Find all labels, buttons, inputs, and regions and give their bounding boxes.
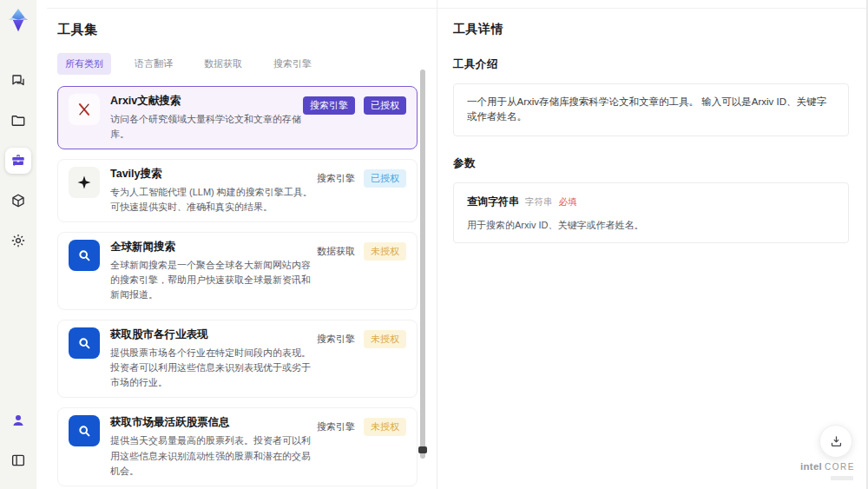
- folder-icon[interactable]: [5, 108, 31, 134]
- tool-name: Arxiv文献搜索: [110, 94, 303, 109]
- panel-icon[interactable]: [5, 447, 31, 473]
- tool-list: Arxiv文献搜索 访问各个研究领域大量科学论文和文章的存储库。 搜索引擎 已授…: [57, 86, 418, 489]
- tab-data-fetch[interactable]: 数据获取: [196, 53, 250, 75]
- status-badge: 未授权: [364, 418, 406, 436]
- param-type: 字符串: [525, 195, 553, 209]
- tool-card-tavily[interactable]: Tavily搜索 专为人工智能代理 (LLM) 构建的搜索引擎工具。可快速提供实…: [57, 159, 418, 222]
- app-logo: [5, 7, 31, 33]
- briefcase-icon[interactable]: [5, 148, 31, 174]
- tool-description: 全球新闻搜索是一个聚合全球各大新闻网站内容的搜索引擎，帮助用户快速获取全球最新资…: [110, 258, 317, 302]
- arxiv-icon: [69, 94, 100, 125]
- sidebar: [0, 0, 36, 489]
- blue-magnifier-icon: [69, 240, 100, 271]
- app-window: 工具集 所有类别 语言翻译 数据获取 搜索引擎 Arxiv文献搜索 访问各个研究…: [0, 0, 868, 489]
- scrollbar[interactable]: [420, 69, 425, 459]
- category-label: 搜索引擎: [317, 333, 355, 346]
- intel-core-logo: intelcore: [800, 458, 855, 480]
- tool-card-arxiv[interactable]: Arxiv文献搜索 访问各个研究领域大量科学论文和文章的存储库。 搜索引擎 已授…: [57, 86, 418, 149]
- gear-icon[interactable]: [5, 228, 31, 254]
- tab-search-engine[interactable]: 搜索引擎: [266, 53, 319, 75]
- status-badge: 未授权: [364, 330, 406, 348]
- status-badge: 已授权: [364, 169, 406, 188]
- param-name: 查询字符串: [467, 194, 519, 209]
- user-icon[interactable]: [5, 407, 31, 433]
- tool-card-most-active-stocks[interactable]: 获取市场最活跃股票信息 提供当天交易量最高的股票列表。投资者可以利用这些信息来识…: [57, 407, 418, 486]
- page-title: 工具集: [57, 22, 437, 38]
- category-label: 搜索引擎: [317, 420, 355, 433]
- detail-title: 工具详情: [453, 22, 849, 37]
- tool-description: 访问各个研究领域大量科学论文和文章的存储库。: [110, 112, 303, 142]
- tab-language-translation[interactable]: 语言翻译: [127, 53, 181, 75]
- intel-brand-text: intel: [800, 461, 822, 472]
- blue-magnifier-icon: [69, 327, 100, 359]
- param-box: 查询字符串 字符串 必填 用于搜索的Arxiv ID、关键字或作者姓名。: [453, 182, 849, 244]
- category-label: 搜索引擎: [317, 172, 355, 185]
- download-icon: [829, 434, 844, 449]
- scrollbar-handle[interactable]: [418, 446, 427, 453]
- download-button[interactable]: [819, 425, 852, 458]
- tool-name: 全球新闻搜索: [110, 240, 317, 254]
- tab-all-categories[interactable]: 所有类别: [57, 53, 111, 75]
- chat-icon[interactable]: [5, 68, 31, 94]
- tool-detail-panel: 工具详情 工具介绍 一个用于从Arxiv存储库搜索科学论文和文章的工具。 输入可…: [437, 0, 866, 489]
- params-heading: 参数: [453, 156, 849, 171]
- cube-icon[interactable]: [5, 188, 31, 214]
- tool-name: Tavily搜索: [110, 167, 317, 182]
- param-required-badge: 必填: [559, 195, 577, 209]
- tool-name: 获取市场最活跃股票信息: [110, 415, 317, 430]
- status-badge: 已授权: [364, 96, 406, 115]
- tool-description: 提供当天交易量最高的股票列表。投资者可以利用这些信息来识别流动性强的股票和潜在的…: [110, 433, 317, 478]
- tool-card-global-news[interactable]: 全球新闻搜索 全球新闻搜索是一个聚合全球各大新闻网站内容的搜索引擎，帮助用户快速…: [57, 232, 418, 310]
- intro-box: 一个用于从Arxiv存储库搜索科学论文和文章的工具。 输入可以是Arxiv ID…: [453, 83, 849, 136]
- intel-logo-subline: [831, 476, 853, 480]
- category-badge: 搜索引擎: [303, 96, 355, 115]
- tools-panel: 工具集 所有类别 语言翻译 数据获取 搜索引擎 Arxiv文献搜索 访问各个研究…: [36, 0, 437, 489]
- tool-description: 专为人工智能代理 (LLM) 构建的搜索引擎工具。可快速提供实时、准确和真实的结…: [110, 185, 317, 215]
- intel-product-text: core: [825, 462, 855, 472]
- status-badge: 未授权: [364, 242, 406, 261]
- param-description: 用于搜索的Arxiv ID、关键字或作者姓名。: [467, 218, 835, 233]
- blue-magnifier-icon: [69, 415, 100, 446]
- tavily-star-icon: [69, 167, 100, 198]
- category-label: 数据获取: [317, 245, 355, 258]
- category-tabs: 所有类别 语言翻译 数据获取 搜索引擎: [57, 53, 437, 75]
- intro-heading: 工具介绍: [453, 57, 849, 72]
- tool-description: 提供股票市场各个行业在特定时间段内的表现。投资者可以利用这些信息来识别表现优于或…: [110, 346, 317, 390]
- tool-name: 获取股市各行业表现: [110, 327, 317, 342]
- tool-card-sector-performance[interactable]: 获取股市各行业表现 提供股票市场各个行业在特定时间段内的表现。投资者可以利用这些…: [57, 320, 418, 398]
